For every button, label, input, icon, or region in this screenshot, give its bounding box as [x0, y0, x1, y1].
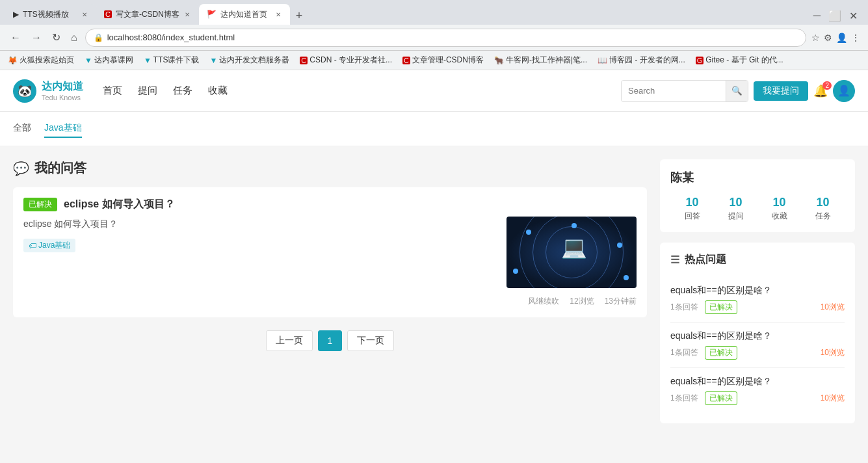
tab-csdn[interactable]: C 写文章-CSDN博客 ✕ — [96, 4, 199, 25]
question-image: 💻 — [506, 217, 637, 288]
question-footer: 风继续吹 12浏览 13分钟前 — [23, 296, 637, 307]
sidebar: 陈某 10 回答 10 提问 10 收藏 — [660, 159, 855, 458]
next-page-button[interactable]: 下一页 — [347, 330, 394, 351]
maximize-button[interactable]: ⬜ — [828, 10, 841, 22]
logo-main: 达内知道 — [42, 80, 83, 94]
hot-item-2: equals和==的区别是啥？ 1条回答 已解决 10浏览 — [670, 323, 845, 368]
question-content: eclipse 如何导入项目？ 🏷 Java基础 — [23, 217, 637, 288]
bookmark-csdn1[interactable]: C CSDN - 专业开发者社... — [297, 53, 395, 67]
filter-java[interactable]: Java基础 — [44, 120, 82, 138]
browser-window: ▶ TTS视频播放 ✕ C 写文章-CSDN博客 ✕ 🚩 达内知道首页 ✕ + … — [0, 0, 868, 463]
question-body: eclipse 如何导入项目？ — [23, 217, 496, 231]
node-4 — [513, 269, 518, 274]
bookmark-gitee[interactable]: G Gitee - 基于 Git 的代... — [693, 53, 786, 67]
hot-meta-3: 1条回答 已解决 10浏览 — [670, 391, 845, 405]
node-1 — [526, 230, 531, 235]
stat-questions-num: 10 — [728, 196, 744, 209]
tag-java[interactable]: 🏷 Java基础 — [23, 239, 75, 252]
search-button[interactable]: 🔍 — [726, 80, 748, 102]
hot-views-1: 10浏览 — [821, 302, 845, 313]
minimize-button[interactable]: ─ — [813, 10, 821, 22]
logo-icon: 🐼 — [13, 79, 36, 103]
bookmark-docs-icon: ▼ — [209, 56, 217, 65]
stat-answers[interactable]: 10 回答 — [685, 196, 700, 222]
prev-page-button[interactable]: 上一页 — [266, 330, 313, 351]
section-icon: 💬 — [13, 161, 29, 176]
hot-card: ☰ 热点问题 equals和==的区别是啥？ 1条回答 已解决 10浏览 equ… — [660, 243, 855, 423]
forward-button[interactable]: → — [29, 29, 44, 46]
hot-item-1: equals和==的区别是啥？ 1条回答 已解决 10浏览 — [670, 277, 845, 323]
filter-all[interactable]: 全部 — [13, 120, 31, 138]
more-options-icon[interactable]: ⋮ — [851, 33, 860, 43]
nav-home[interactable]: 首页 — [103, 85, 122, 97]
hot-answers-2: 1条回答 — [670, 347, 698, 358]
logo[interactable]: 🐼 达内知道 Tedu Knows — [13, 79, 83, 103]
bookmark-nowcoder-icon: 🐂 — [494, 56, 504, 65]
user-avatar[interactable]: 👤 — [833, 80, 855, 102]
url-input[interactable]: 🔒 localhost:8080/index_student.html — [85, 29, 806, 47]
tab-tts-close[interactable]: ✕ — [81, 10, 88, 20]
question-title[interactable]: eclipse 如何导入项目？ — [64, 198, 175, 211]
stat-favorites[interactable]: 10 收藏 — [772, 196, 787, 222]
close-window-button[interactable]: ✕ — [849, 10, 858, 22]
new-tab-button[interactable]: + — [290, 7, 308, 25]
stat-favorites-num: 10 — [772, 196, 787, 209]
tab-tedu[interactable]: 🚩 达内知道首页 ✕ — [199, 4, 290, 25]
stat-tasks[interactable]: 10 任务 — [815, 196, 831, 222]
search-box: 🔍 — [621, 80, 748, 102]
tab-tedu-close[interactable]: ✕ — [274, 10, 282, 20]
hot-meta-1: 1条回答 已解决 10浏览 — [670, 300, 845, 314]
nav-ask[interactable]: 提问 — [138, 85, 157, 97]
hot-q-2[interactable]: equals和==的区别是啥？ — [670, 330, 845, 342]
hot-solved-1: 已解决 — [705, 300, 737, 314]
user-stats: 10 回答 10 提问 10 收藏 10 任务 — [670, 196, 845, 222]
bookmark-csdn2[interactable]: C 文章管理-CSDN博客 — [400, 53, 486, 67]
bookmark-cnblogs[interactable]: 📖 博客园 - 开发者的网... — [595, 53, 688, 67]
logo-text: 达内知道 Tedu Knows — [42, 80, 83, 101]
bookmark-icon[interactable]: ☆ — [811, 33, 820, 43]
content-area: 💬 我的问答 已解决 eclipse 如何导入项目？ eclipse 如何导入项… — [13, 159, 647, 458]
nav-collect[interactable]: 收藏 — [208, 85, 228, 97]
nav-task[interactable]: 任务 — [173, 85, 192, 97]
tab-tts[interactable]: ▶ TTS视频播放 ✕ — [5, 4, 96, 25]
hot-q-3[interactable]: equals和==的区别是啥？ — [670, 376, 845, 388]
stat-questions-label: 提问 — [728, 211, 744, 222]
tab-tts-title: TTS视频播放 — [23, 9, 77, 20]
security-icon: 🔒 — [94, 33, 103, 42]
stat-tasks-num: 10 — [815, 196, 831, 209]
home-button[interactable]: ⌂ — [68, 29, 80, 46]
notification-bell[interactable]: 🔔 2 — [813, 84, 828, 98]
site-header: 🐼 达内知道 Tedu Knows 首页 提问 任务 收藏 🔍 — [0, 70, 868, 112]
user-name: 陈某 — [670, 170, 845, 185]
bookmark-tedu[interactable]: ▼ 达内慕课网 — [82, 53, 136, 67]
bookmark-nowcoder[interactable]: 🐂 牛客网-找工作神器|笔... — [492, 53, 590, 67]
back-button[interactable]: ← — [8, 29, 23, 46]
tab-csdn-title: 写文章-CSDN博客 — [116, 9, 179, 20]
ask-question-button[interactable]: 我要提问 — [754, 81, 808, 101]
stat-answers-label: 回答 — [685, 211, 700, 222]
question-views: 12浏览 — [570, 296, 594, 307]
bookmarks-bar: 🦊 火狐搜索起始页 ▼ 达内慕课网 ▼ TTS课件下载 ▼ 达内开发文档服务器 … — [0, 51, 868, 70]
solved-badge: 已解决 — [23, 198, 57, 211]
tag-label: Java基础 — [38, 240, 70, 251]
bookmark-firefox[interactable]: 🦊 火狐搜索起始页 — [5, 53, 77, 67]
hot-views-3: 10浏览 — [821, 393, 845, 404]
bookmark-docs[interactable]: ▼ 达内开发文档服务器 — [207, 53, 292, 67]
hot-answers-3: 1条回答 — [670, 393, 698, 404]
hot-meta-2: 1条回答 已解决 10浏览 — [670, 346, 845, 360]
extensions-icon[interactable]: ⚙ — [824, 33, 832, 43]
question-author: 风继续吹 — [528, 296, 559, 307]
stat-questions[interactable]: 10 提问 — [728, 196, 744, 222]
notification-badge: 2 — [822, 81, 832, 90]
bookmark-firefox-icon: 🦊 — [8, 56, 18, 65]
hot-item-3: equals和==的区别是啥？ 1条回答 已解决 10浏览 — [670, 368, 845, 413]
profile-icon[interactable]: 👤 — [836, 33, 847, 43]
hot-title-text: 热点问题 — [685, 253, 726, 267]
current-page-button[interactable]: 1 — [318, 330, 343, 351]
hot-q-1[interactable]: equals和==的区别是啥？ — [670, 285, 845, 297]
tab-csdn-close[interactable]: ✕ — [183, 10, 191, 20]
hot-title: ☰ 热点问题 — [670, 253, 845, 267]
search-input[interactable] — [622, 86, 726, 96]
reload-button[interactable]: ↻ — [49, 29, 63, 46]
bookmark-tts[interactable]: ▼ TTS课件下载 — [141, 53, 202, 67]
